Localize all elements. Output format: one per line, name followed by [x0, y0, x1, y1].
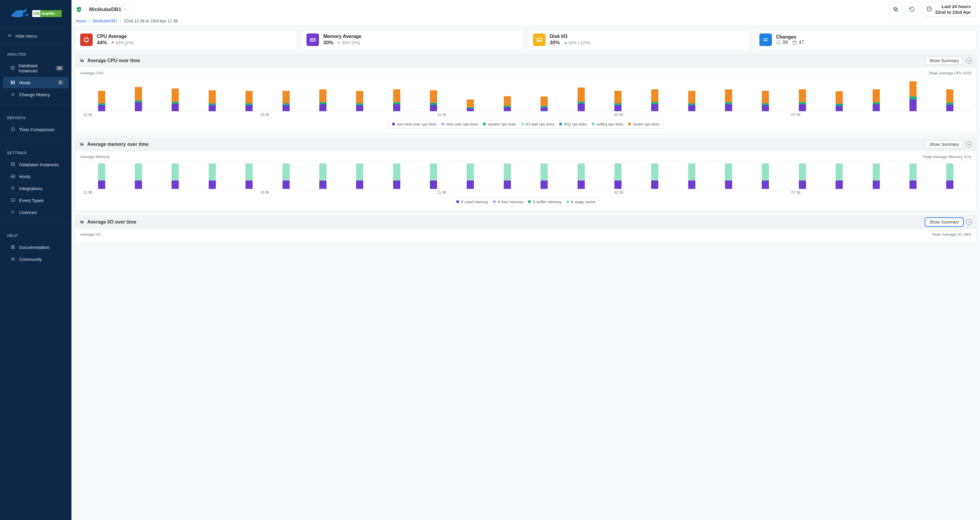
svg-point-14 [12, 258, 13, 259]
nav-heading-settings: SETTINGS [0, 147, 72, 158]
database-icon [10, 65, 15, 71]
changes-info: 98 [776, 40, 788, 45]
panel-title: Average memory over time [87, 142, 149, 147]
chevron-right-icon: › [89, 19, 90, 23]
host-dropdown[interactable]: MinikubeDB1 [85, 5, 131, 14]
sidebar-item-db-instances[interactable]: Database Instances 19 [3, 60, 68, 76]
show-summary-button[interactable]: Show Summary [926, 57, 963, 65]
shield-check-icon [76, 6, 82, 13]
sidebar-item-change-history[interactable]: Change History [3, 89, 68, 100]
puzzle-icon [10, 210, 16, 215]
chart-peak: Peak Average Memory 31% [923, 154, 971, 159]
svg-rect-12 [11, 177, 15, 178]
copy-button[interactable] [889, 2, 902, 16]
svg-rect-13 [11, 199, 15, 201]
sidebar-item-label: Hosts [19, 80, 30, 85]
breadcrumb-host[interactable]: MinikubeDB1 [92, 19, 117, 23]
time-range-line2: 22nd to 23rd Apr [935, 10, 971, 15]
arrow-up-right-icon [111, 41, 114, 45]
equals-icon [337, 41, 340, 45]
svg-rect-35 [82, 221, 83, 223]
sidebar-item-label: Community [19, 257, 42, 262]
copy-icon [893, 6, 899, 12]
database-icon [10, 162, 16, 167]
svg-rect-28 [81, 60, 82, 62]
sidebar-item-settings-db[interactable]: Database Instances [3, 159, 68, 170]
stat-value: 30% [323, 40, 333, 46]
calendar-icon [792, 40, 797, 45]
nav-heading-reports: REPORTS [0, 112, 72, 123]
stat-card-disk[interactable]: Disk I/O 30% 34% (-12%) [528, 30, 750, 50]
sidebar-item-settings-hosts[interactable]: Hosts [3, 171, 68, 182]
memory-legend: K used memoryK free memoryK buffer memor… [452, 197, 600, 206]
book-icon [10, 245, 16, 250]
breadcrumb-hosts[interactable]: Hosts [76, 19, 86, 23]
collapse-button[interactable]: − [966, 58, 972, 64]
sidebar-item-label: Database Instances [19, 63, 52, 73]
svg-point-10 [11, 162, 15, 164]
svg-rect-31 [81, 144, 82, 145]
nav-heading-analysis: ANALYSIS [0, 48, 72, 59]
users-icon [10, 256, 16, 262]
collapse-button[interactable]: − [966, 219, 972, 225]
brand-logo: DB marlin [9, 6, 63, 21]
sidebar-item-event-types[interactable]: Event Types [3, 194, 68, 206]
stat-title: Changes [776, 34, 804, 40]
sidebar-item-integrations[interactable]: Integrations [3, 183, 68, 194]
arrow-down-right-icon [563, 41, 567, 45]
sidebar: DB marlin Hide Menu ANALYSIS Database In… [0, 0, 72, 520]
bar-chart-icon [80, 142, 84, 147]
breadcrumb-range: 22nd 11:36 to 23rd Apr 11:36 [124, 19, 178, 23]
collapse-button[interactable]: − [966, 142, 972, 147]
info-icon [776, 40, 781, 45]
svg-rect-21 [537, 38, 542, 41]
show-summary-button[interactable]: Show Summary [926, 140, 963, 148]
stat-value: 44% [97, 40, 107, 46]
panel-title: Average CPU over time [87, 58, 140, 64]
refresh-icon [909, 6, 915, 12]
svg-rect-33 [83, 144, 83, 145]
stat-title: Memory Average [323, 34, 361, 39]
stat-title: CPU Average [97, 34, 134, 39]
sidebar-item-label: Hosts [19, 174, 30, 179]
bar-chart-icon [80, 219, 84, 225]
badge: 19 [56, 66, 63, 70]
sidebar-item-community[interactable]: Community [3, 253, 68, 265]
time-range-line1: Last 24 hours [935, 4, 971, 10]
svg-point-22 [538, 40, 538, 40]
panel-memory: Average memory over time Show Summary − … [75, 138, 977, 211]
chevron-down-icon [124, 6, 127, 13]
stat-card-cpu[interactable]: CPU Average 44% 43% (2%) [75, 30, 297, 50]
refresh-button[interactable] [905, 2, 919, 16]
sidebar-item-licences[interactable]: Licences [3, 207, 68, 218]
main: MinikubeDB1 Last 24 hours 22nd to 23rd A… [72, 0, 980, 520]
disk-icon [533, 33, 546, 46]
hide-menu-button[interactable]: Hide Menu [0, 28, 72, 45]
monitor-icon [10, 197, 16, 203]
svg-point-4 [11, 66, 14, 67]
svg-text:DB: DB [33, 11, 40, 16]
plug-icon [10, 186, 16, 191]
trend-flat: 30% (0%) [337, 40, 360, 45]
panel-io: Average I/O over time Show Summary − Ave… [75, 215, 977, 243]
svg-text:marlin: marlin [41, 11, 55, 16]
sidebar-item-hosts[interactable]: Hosts 6 [3, 77, 68, 88]
svg-rect-29 [82, 59, 83, 62]
clock-icon [926, 6, 932, 13]
swap-icon [759, 33, 772, 46]
cpu-chip-icon [80, 33, 93, 46]
clock-icon [10, 127, 16, 132]
sidebar-item-documentation[interactable]: Documentation [3, 242, 68, 253]
trend-up: 43% (2%) [111, 40, 134, 45]
host-name: MinikubeDB1 [89, 6, 121, 13]
show-summary-button[interactable]: Show Summary [926, 218, 963, 226]
panel-title: Average I/O over time [87, 219, 136, 225]
sidebar-item-label: Licences [19, 210, 37, 215]
nav-heading-help: HELP [0, 229, 72, 241]
time-range-button[interactable]: Last 24 hours 22nd to 23rd Apr [921, 2, 976, 17]
cpu-chart [80, 79, 971, 111]
sidebar-item-time-comparison[interactable]: Time Comparison [3, 124, 68, 135]
stat-card-memory[interactable]: Memory Average 30% 30% (0%) [301, 30, 523, 50]
svg-rect-27 [793, 41, 796, 44]
stat-card-changes[interactable]: Changes 98 47 [754, 30, 977, 50]
